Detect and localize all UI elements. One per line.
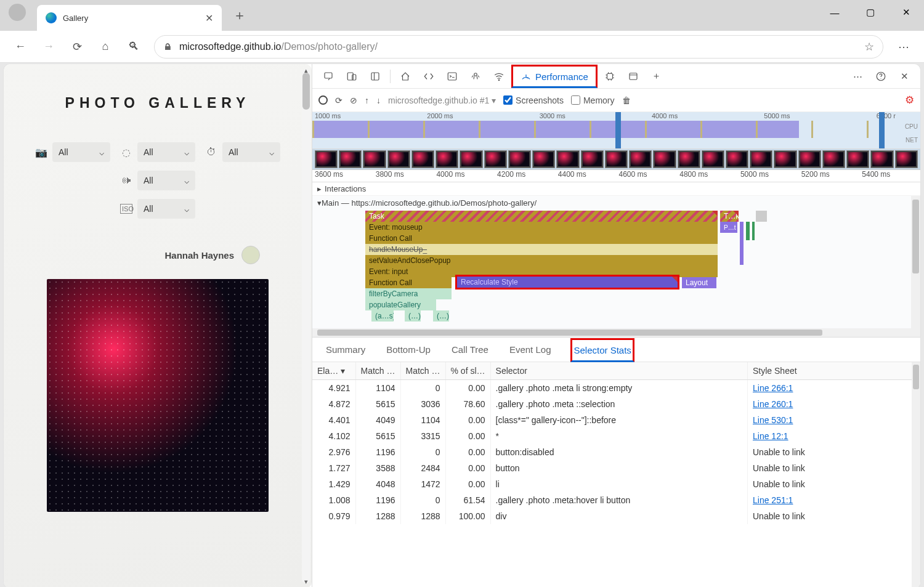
browser-toolbar: ← → ⟳ ⌂ 🔍︎ 🔒︎ microsoftedge.github.io/De… — [0, 31, 924, 63]
table-row[interactable]: 4.401404911040.00[class*=" gallery-icon-… — [312, 412, 920, 428]
search-button[interactable]: 🔍︎ — [121, 34, 147, 59]
console-icon[interactable] — [441, 67, 463, 86]
range-handle-right[interactable] — [879, 112, 885, 148]
perf-toolbar: ⟳ ⊘ ↑ ↓ microsoftedge.github.io #1 ▾ Scr… — [312, 89, 920, 112]
network-icon[interactable] — [488, 67, 510, 86]
minimize-button[interactable]: ― — [817, 0, 853, 25]
maximize-button[interactable]: ▢ — [853, 0, 888, 25]
memory-checkbox[interactable]: Memory — [571, 95, 615, 105]
flame-hscroll[interactable] — [312, 328, 911, 337]
range-handle-left[interactable] — [615, 112, 621, 148]
author-avatar[interactable] — [241, 246, 260, 264]
table-row[interactable]: 2.976119600.00button:disabledUnable to l… — [312, 444, 920, 460]
flame-chart[interactable]: ▾Main — https://microsoftedge.github.io/… — [312, 196, 920, 338]
browser-tab[interactable]: Gallery ✕ — [37, 5, 222, 31]
aperture-filter[interactable]: All — [137, 142, 195, 162]
flame-populate: populateGallery — [365, 299, 436, 310]
tab-call-tree[interactable]: Call Tree — [450, 339, 490, 360]
selector-stats-grid[interactable]: Ela… ▾ Match … Match … % of sl… Selector… — [312, 362, 920, 587]
screenshots-checkbox[interactable]: Screenshots — [503, 95, 564, 105]
edge-favicon — [46, 12, 57, 23]
col-selector[interactable]: Selector — [490, 362, 747, 380]
collect-garbage-icon[interactable]: 🗑 — [622, 95, 631, 105]
page-scrollbar[interactable]: ▴▾ — [302, 69, 310, 583]
inspect-icon[interactable] — [317, 67, 339, 86]
back-button[interactable]: ← — [7, 34, 33, 59]
device-icon[interactable] — [341, 67, 363, 86]
address-bar[interactable]: 🔒︎ microsoftedge.github.io/Demos/photo-g… — [154, 35, 883, 59]
tab-selector-stats[interactable]: Selector Stats — [570, 338, 634, 362]
table-row[interactable]: 4.8725615303678.60.gallery .photo .meta … — [312, 396, 920, 412]
devtools-toolbar: Performance ＋ ⋯ ✕ — [312, 64, 920, 89]
home-button[interactable]: ⌂ — [92, 34, 118, 59]
dock-icon[interactable] — [364, 67, 386, 86]
flame-vscroll[interactable] — [911, 196, 920, 337]
application-icon[interactable] — [622, 67, 644, 86]
camera-icon: 📷 — [35, 147, 47, 158]
close-devtools-icon[interactable]: ✕ — [893, 67, 915, 86]
save-icon[interactable]: ↓ — [376, 95, 381, 105]
table-row[interactable]: 1.727358824840.00buttonUnable to link — [312, 460, 920, 476]
flame-setval: setValueAndClosePopup — [365, 255, 718, 266]
tab-bottom-up[interactable]: Bottom-Up — [385, 339, 432, 360]
shutter-filter[interactable]: All — [222, 142, 280, 162]
more-tabs-icon[interactable]: ＋ — [646, 67, 668, 86]
author-name: Hannah Haynes — [164, 250, 234, 261]
close-tab-icon[interactable]: ✕ — [205, 12, 213, 24]
svg-rect-3 — [371, 73, 379, 80]
tab-event-log[interactable]: Event Log — [508, 339, 553, 360]
stylesheet-link[interactable]: Line 12:1 — [753, 431, 788, 441]
memory-icon[interactable] — [599, 67, 621, 86]
table-row[interactable]: 1.0081196061.54.gallery .photo .meta:hov… — [312, 492, 920, 508]
col-elapsed[interactable]: Ela… ▾ — [312, 362, 355, 380]
help-icon[interactable] — [870, 67, 892, 86]
stylesheet-link[interactable]: Line 530:1 — [753, 415, 793, 425]
perf-context[interactable]: microsoftedge.github.io #1 ▾ — [388, 95, 496, 105]
iso-filter[interactable]: All — [137, 199, 195, 219]
elements-icon[interactable] — [418, 67, 440, 86]
stylesheet-link[interactable]: Line 260:1 — [753, 399, 793, 409]
flame-task: Task — [365, 211, 718, 222]
shutter-icon: ⏱ — [205, 147, 217, 158]
new-tab-button[interactable]: ＋ — [233, 6, 246, 25]
interactions-row[interactable]: ▸Interactions — [312, 182, 920, 196]
more-button[interactable]: ⋯ — [891, 34, 917, 59]
overflow-icon[interactable]: ⋯ — [846, 67, 869, 86]
welcome-icon[interactable] — [394, 67, 416, 86]
frames-strip[interactable] — [312, 149, 920, 170]
focal-filter[interactable]: All — [137, 171, 195, 190]
timeline-overview[interactable]: 1000 ms 2000 ms 3000 ms 4000 ms 5000 ms … — [312, 112, 920, 149]
clear-icon[interactable]: ⊘ — [350, 95, 357, 105]
cpu-label: CPU — [905, 123, 918, 130]
reload-record-icon[interactable]: ⟳ — [335, 95, 342, 105]
stylesheet-link[interactable]: Line 251:1 — [753, 495, 793, 505]
sources-icon[interactable] — [464, 67, 487, 86]
flame-recalc-style: Recalculate Style — [455, 275, 679, 289]
lock-icon: 🔒︎ — [163, 42, 172, 52]
gallery-photo[interactable] — [47, 279, 269, 512]
load-icon[interactable]: ↑ — [365, 95, 369, 105]
flame-layout: Layout — [682, 277, 716, 288]
tab-summary[interactable]: Summary — [325, 339, 367, 360]
camera-filter[interactable]: All — [52, 142, 110, 162]
tab-performance[interactable]: Performance — [511, 65, 598, 88]
table-row[interactable]: 4.102561533150.00*Line 12:1 — [312, 428, 920, 444]
table-row[interactable]: 1.429404814720.00liUnable to link — [312, 476, 920, 492]
stylesheet-link[interactable]: Line 266:1 — [753, 383, 793, 393]
net-label: NET — [906, 137, 918, 144]
col-percent[interactable]: % of sl… — [445, 362, 490, 380]
favorite-icon[interactable]: ☆ — [864, 40, 874, 54]
col-match-attempts[interactable]: Match … — [355, 362, 400, 380]
perf-settings-icon[interactable]: ⚙ — [905, 94, 914, 107]
table-row[interactable]: 4.921110400.00.gallery .photo .meta li s… — [312, 380, 920, 397]
flame-paint: P…t — [720, 222, 737, 233]
profile-icon[interactable] — [9, 4, 26, 21]
svg-rect-0 — [325, 73, 332, 78]
col-match-count[interactable]: Match … — [400, 362, 445, 380]
record-button[interactable] — [318, 95, 328, 105]
col-stylesheet[interactable]: Style Sheet — [748, 362, 920, 380]
grid-scrollbar[interactable] — [912, 362, 920, 587]
reload-button[interactable]: ⟳ — [64, 34, 90, 59]
table-row[interactable]: 0.97912881288100.00divUnable to link — [312, 508, 920, 524]
close-window-button[interactable]: ✕ — [888, 0, 924, 25]
